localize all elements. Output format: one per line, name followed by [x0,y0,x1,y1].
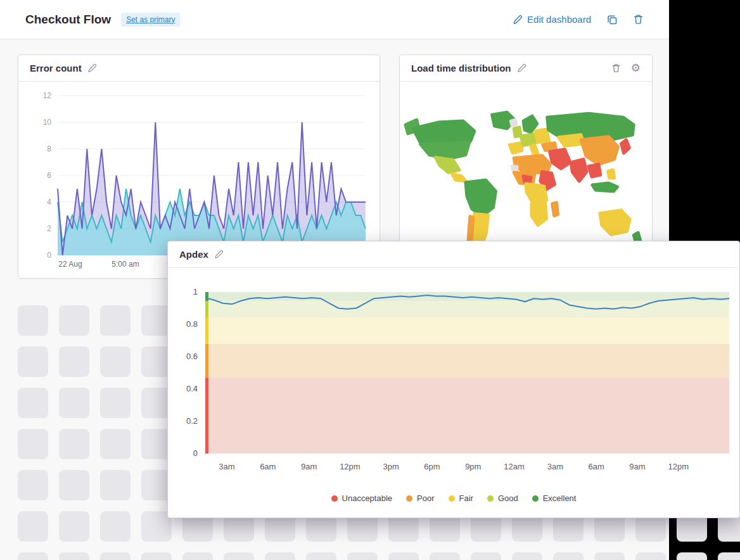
trash-icon [633,14,644,25]
x-axis-tick-label: 12am [504,462,525,471]
map-region-south-america-north[interactable] [466,180,496,216]
x-axis-tick-label: 6am [589,462,604,471]
map-region-west-sahara[interactable] [512,166,517,170]
x-axis-tick-label: 9am [629,462,645,471]
edit-dashboard-button[interactable]: Edit dashboard [513,14,591,25]
x-axis-tick-label: 12pm [668,462,689,471]
legend-dot [532,495,539,502]
map-region-iberia[interactable] [509,143,522,153]
grid-placeholder [100,552,131,560]
map-region-japan[interactable] [621,140,629,153]
y-axis-tick-label: 6 [47,171,51,180]
grid-placeholder [347,552,378,560]
legend-dot [331,495,338,502]
map-region-central-africa[interactable] [526,184,547,203]
apdex-legend: UnacceptablePoorFairGoodExcellent [168,493,739,503]
map-region-indonesia[interactable] [592,183,618,191]
edit-widget-icon[interactable] [517,63,526,73]
map-region-iceland[interactable] [511,120,516,125]
x-axis-tick-label: 6pm [424,462,440,471]
map-region-eastern-europe[interactable] [535,129,549,143]
apdex-chart-area: 00.20.40.60.813am6am9am12pm3pm6pm9pm12am… [168,268,739,503]
load-time-widget-actions: ⚙ [611,63,641,73]
apdex-widget[interactable]: Apdex 00.20.40.60.813am6am9am12pm3pm6pm9… [167,241,740,518]
map-region-north-africa[interactable] [514,156,550,174]
legend-label: Excellent [543,493,577,503]
x-axis-tick-label: 9am [301,462,317,471]
map-region-turkey[interactable] [543,143,556,151]
legend-item-good[interactable]: Good [487,493,518,503]
map-region-china[interactable] [581,137,618,165]
map-region-central-america[interactable] [452,174,466,181]
map-region-chile[interactable] [468,217,473,245]
y-axis-tick-label: 0.4 [186,384,198,393]
duplicate-dashboard-button[interactable] [606,14,618,25]
grid-placeholder [100,511,131,542]
legend-item-poor[interactable]: Poor [406,493,434,503]
edit-widget-icon[interactable] [214,250,224,259]
grid-placeholder [100,429,131,459]
grid-placeholder [677,552,707,560]
delete-widget-icon[interactable] [611,63,621,73]
y-axis-tick-label: 0.6 [186,352,198,361]
widget-settings-gear-icon[interactable]: ⚙ [631,63,641,73]
y-axis-tick-label: 12 [43,91,52,100]
y-axis-tick-label: 10 [43,118,52,127]
map-region-southern-africa[interactable] [532,203,547,226]
legend-item-excellent[interactable]: Excellent [532,493,577,503]
grid-placeholder [100,388,131,418]
delete-dashboard-button[interactable] [633,14,644,25]
map-region-usa[interactable] [421,143,469,159]
map-region-madagascar[interactable] [552,203,558,216]
page-title: Checkout Flow [25,13,111,27]
legend-item-unacceptable[interactable]: Unacceptable [331,493,393,503]
x-axis-tick-label: 3pm [383,462,399,471]
grid-placeholder [59,470,89,500]
map-region-philippines[interactable] [608,170,615,178]
grid-placeholder [594,552,625,560]
grid-placeholder [59,511,89,542]
map-region-australia[interactable] [600,210,630,235]
grid-placeholder [59,305,89,336]
map-region-india[interactable] [571,159,587,181]
load-time-map-area [400,82,652,265]
widget-title: Apdex [179,249,208,260]
x-axis-tick-label: 3am [219,462,234,471]
dashboard-header-left: Checkout Flow Set as primary [25,13,180,27]
edit-widget-icon[interactable] [87,63,97,73]
edit-dashboard-label: Edit dashboard [527,14,591,25]
grid-placeholder [224,552,254,560]
grid-placeholder [100,470,131,500]
threshold-strip-unacceptable [205,378,208,454]
grid-placeholder [718,552,740,560]
map-region-se-asia[interactable] [589,164,601,177]
grid-placeholder [18,552,48,560]
map-region-italy[interactable] [531,145,538,154]
threshold-strip-poor [205,344,208,378]
map-region-mexico[interactable] [435,157,459,172]
error-count-widget-header: Error count [18,55,380,82]
map-region-middle-east[interactable] [550,150,571,169]
grid-placeholder [471,552,501,560]
copy-icon [606,14,618,25]
x-axis-tick-label: 12pm [340,462,360,471]
legend-item-fair[interactable]: Fair [449,493,473,503]
grid-placeholder [141,552,172,560]
grid-placeholder [100,347,131,377]
dashboard-header-actions: Edit dashboard [513,14,644,25]
y-axis-tick-label: 0.8 [186,319,198,329]
grid-placeholder [430,552,460,560]
grid-placeholder [265,552,295,560]
load-time-widget-header: Load time distribution ⚙ [400,55,652,82]
threshold-strip-good [205,301,208,318]
threshold-band-poor [205,344,729,378]
grid-placeholder [512,552,542,560]
x-axis-tick-label: 22 Aug [58,260,82,269]
y-axis-tick-label: 8 [47,144,51,153]
grid-placeholder [553,552,584,560]
legend-label: Poor [417,493,434,503]
pencil-icon [513,15,523,25]
set-as-primary-link[interactable]: Set as primary [121,13,180,27]
grid-placeholder [18,429,48,459]
grid-placeholder [59,347,89,377]
